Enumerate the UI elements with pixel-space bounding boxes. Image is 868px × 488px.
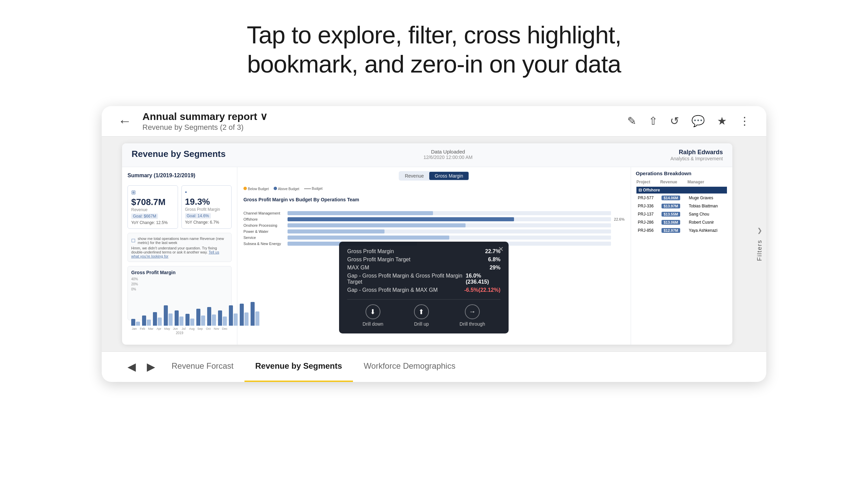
toggle-revenue[interactable]: Revenue — [399, 172, 429, 180]
bar-primary — [131, 319, 135, 326]
bar-group — [185, 314, 194, 326]
ops-revenue: $13.55M — [660, 210, 687, 218]
chart-month-label: Jan — [131, 327, 137, 330]
budget-row-label: Service — [243, 236, 288, 240]
back-button[interactable]: ← — [118, 114, 132, 129]
chart-month-label: Mar — [148, 327, 154, 330]
toggle-gross-margin[interactable]: Gross Margin — [429, 172, 469, 180]
bar-group — [218, 310, 227, 326]
chart-month-label: Jun — [172, 327, 178, 330]
tooltip-row-label: Gross Profit Margin — [347, 248, 394, 255]
bar-group — [196, 309, 205, 326]
bar-primary — [196, 309, 200, 326]
comment-icon[interactable]: 💬 — [691, 115, 705, 127]
ops-project: PRJ-336 — [636, 202, 659, 210]
bar-group — [164, 305, 173, 326]
tooltip-action-icon: → — [465, 304, 480, 319]
next-tab-button[interactable]: ▶ — [141, 360, 161, 373]
chart-month-label: Sep — [197, 327, 203, 330]
filters-label[interactable]: Filters — [756, 240, 763, 261]
kpi-gpm-card: ▪ 19.3% Gross Profit Margin Goal: 14.6% … — [181, 185, 232, 229]
hero-line2: bookmark, and zero-in on your data — [247, 49, 622, 79]
tooltip-data-row: Gross Profit Margin22.7% — [347, 248, 500, 255]
kpi-revenue-card: ⊞ $708.7M Revenue Goal: $667M YoY Change… — [127, 185, 178, 229]
budget-pct-label: 22.6% — [611, 217, 625, 221]
tooltip-action-button[interactable]: → Drill through — [459, 304, 485, 327]
budget-bar-wrap — [288, 211, 611, 215]
tooltip-row-label: Gap - Gross Profit Margin & Gross Profit… — [347, 273, 466, 285]
bar-chart-area: Gross Profit Margin 40% 20% 0% JanFebMar… — [127, 266, 232, 320]
tab-revenue-by-segments[interactable]: Revenue by Segments — [244, 351, 353, 382]
budget-bar-fill — [288, 217, 514, 221]
budget-row: Channel Management — [243, 211, 625, 215]
footer-tabs: ◀ ▶ Revenue Forcast Revenue by Segments … — [102, 351, 766, 382]
bar-secondary — [169, 313, 173, 326]
tooltip-action-button[interactable]: ⬇ Drill down — [362, 304, 383, 327]
tooltip-data-row: Gross Profit Margin Target6.8% — [347, 257, 500, 263]
topbar-actions: ✎ ⇧ ↺ 💬 ★ ⋮ — [627, 115, 750, 127]
chart-month-label: Nov — [214, 327, 220, 330]
ops-project: PRJ-137 — [636, 210, 659, 218]
chart-month-label: Aug — [189, 327, 195, 330]
tab-revenue-forecast[interactable]: Revenue Forcast — [161, 351, 244, 382]
ops-manager: Robert Cusnir — [688, 219, 727, 226]
budget-row: Power & Water — [243, 229, 625, 233]
bar-primary — [218, 310, 222, 326]
more-icon[interactable]: ⋮ — [739, 115, 750, 127]
sidebar-collapse-icon[interactable]: ❯ — [757, 227, 762, 234]
kpi-row: ⊞ $708.7M Revenue Goal: $667M YoY Change… — [127, 185, 232, 229]
bar-primary — [229, 305, 233, 326]
main-content: Revenue by Segments Data Uploaded 12/6/2… — [102, 137, 766, 351]
budget-row-label: Offshore — [243, 217, 288, 221]
chart-month-label: Apr — [156, 327, 162, 330]
ai-chat-box: ☐ show me total operations team name Rev… — [127, 233, 232, 262]
prev-tab-button[interactable]: ◀ — [122, 360, 141, 373]
tooltip-action-label: Drill up — [414, 321, 429, 327]
tooltip-action-icon: ⬆ — [414, 304, 429, 319]
budget-bar-fill — [288, 229, 384, 233]
tab-workforce-demographics[interactable]: Workforce Demographics — [353, 351, 466, 382]
refresh-icon[interactable]: ↺ — [670, 115, 679, 127]
bar-secondary — [201, 316, 205, 326]
annotate-icon[interactable]: ✎ — [627, 115, 636, 127]
bookmark-icon[interactable]: ★ — [717, 115, 727, 127]
bar-primary — [185, 314, 190, 326]
ops-revenue: $13.06M — [660, 219, 687, 226]
tooltip-row-value: 29% — [490, 265, 500, 271]
ops-project: PRJ-577 — [636, 194, 659, 202]
bar-secondary — [212, 314, 216, 326]
chart-month-label: May — [164, 327, 170, 330]
tooltip-action-label: Drill through — [459, 321, 485, 327]
tooltip-data-row: MAX GM29% — [347, 265, 500, 271]
bar-secondary — [147, 320, 151, 326]
chart-labels: JanFebMarAprMayJunJulAugSepOctNovDec — [131, 327, 228, 330]
budget-row: Onshore Processing — [243, 223, 625, 227]
budget-bar-fill — [288, 236, 449, 240]
report-subtitle: Revenue by Segments (2 of 3) — [142, 123, 268, 132]
budget-bar-fill — [288, 223, 466, 227]
table-row: PRJ-336 $13.97M Tobias Blattman — [636, 202, 727, 210]
table-row: PRJ-856 $12.97M Yaya Ashkenazi — [636, 227, 727, 234]
tooltip-action-button[interactable]: ⬆ Drill up — [414, 304, 429, 327]
app-topbar: ← Annual summary report ∨ Revenue by Seg… — [102, 106, 766, 137]
budget-bar-wrap — [288, 217, 611, 221]
report-left-panel: Summary (1/2019-12/2019) ⊞ $708.7M Reven… — [122, 167, 237, 345]
bar-group — [131, 319, 140, 326]
report-header: Revenue by Segments Data Uploaded 12/6/2… — [122, 143, 732, 167]
share-icon[interactable]: ⇧ — [649, 115, 658, 127]
data-uploaded-block: Data Uploaded 12/6/2020 12:00:00 AM — [423, 149, 473, 160]
budget-bar-wrap — [288, 223, 611, 227]
tooltip-action-label: Drill down — [362, 321, 383, 327]
tooltip-action-icon: ⬇ — [366, 304, 380, 319]
bar-group — [175, 310, 183, 326]
tooltip-row-label: Gap - Gross Profit Margin & MAX GM — [347, 287, 438, 293]
bar-primary — [142, 316, 146, 326]
table-row: PRJ-286 $13.06M Robert Cusnir — [636, 219, 727, 226]
chart-month-label: Dec — [222, 327, 228, 330]
budget-bar-wrap — [288, 236, 611, 240]
tooltip-close-button[interactable]: ✕ — [498, 245, 504, 253]
bar-group — [229, 305, 238, 326]
ops-breakdown-table: Project Revenue Manager ⊟ Offshore PRJ-5… — [636, 179, 728, 235]
tooltip-row-value: -6.5%(22.12%) — [464, 287, 500, 293]
bar-group — [142, 316, 151, 326]
